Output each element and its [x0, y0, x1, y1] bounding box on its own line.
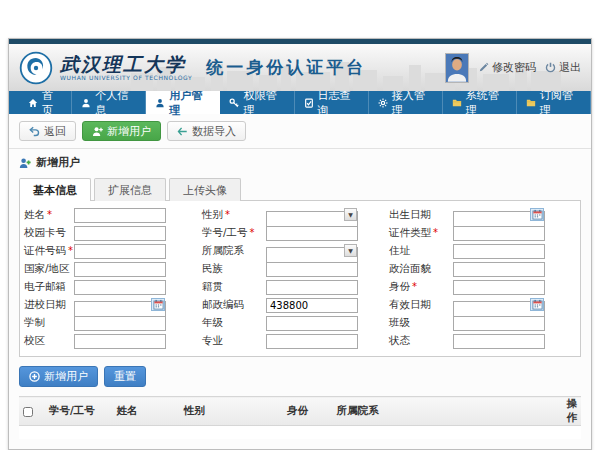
form-field: 学制 — [22, 314, 202, 332]
form-text-input[interactable] — [266, 316, 358, 331]
data-import-button[interactable]: 数据导入 — [167, 121, 246, 141]
form-field: 籍贯 — [202, 278, 389, 296]
required-asterisk: * — [68, 245, 73, 256]
app-window: 武汉理工大学 WUHAN UNIVERSITY OF TECHNOLOGY 统一… — [8, 38, 592, 450]
form-field: 进校日期 — [22, 296, 202, 314]
form-text-input[interactable] — [74, 280, 166, 295]
table-header-col: 姓名 — [112, 397, 179, 426]
change-password-link[interactable]: 修改密码 — [478, 60, 536, 75]
calendar-icon — [532, 209, 543, 220]
form-date-field[interactable] — [453, 297, 545, 313]
calendar-icon — [153, 299, 164, 310]
form-panel: 姓名*性别*▼出生日期校园卡号学号/工号*证件类型*证件号码*所属院系▼住址国家… — [19, 200, 581, 357]
reset-button[interactable]: 重置 — [104, 366, 146, 387]
form-text-input[interactable] — [74, 244, 166, 259]
form-label: 所属院系 — [202, 244, 266, 258]
main-nav: 首页个人信息用户管理权限管理日志查询接入管理系统管理订阅管理 — [9, 91, 591, 114]
form-text-input[interactable] — [74, 208, 166, 223]
form-text-input[interactable] — [74, 226, 166, 241]
nav-item-home[interactable]: 首页 — [19, 91, 72, 114]
nav-item-profile[interactable]: 个人信息 — [72, 91, 146, 114]
select-all-checkbox[interactable] — [23, 407, 33, 417]
tab-0[interactable]: 基本信息 — [19, 178, 91, 201]
nav-item-system-mgmt[interactable]: 系统管理 — [443, 91, 517, 114]
form-text-input[interactable] — [266, 226, 358, 241]
form-label: 班级 — [389, 316, 453, 330]
nav-item-label: 订阅管理 — [540, 88, 581, 118]
form-label: 证件号码* — [24, 244, 74, 258]
add-user-submit-button[interactable]: 新增用户 — [19, 366, 98, 387]
nav-item-permission-mgmt[interactable]: 权限管理 — [220, 91, 294, 114]
log-icon — [304, 98, 314, 108]
header: 武汉理工大学 WUHAN UNIVERSITY OF TECHNOLOGY 统一… — [9, 44, 591, 91]
form-text-input[interactable] — [74, 316, 166, 331]
form-field: 出生日期 — [389, 206, 578, 224]
form-label: 政治面貌 — [389, 262, 453, 276]
nav-item-subscription-mgmt[interactable]: 订阅管理 — [517, 91, 591, 114]
form-text-input[interactable] — [453, 226, 545, 241]
nav-item-log-query[interactable]: 日志查询 — [295, 91, 369, 114]
form-field: 身份* — [389, 278, 578, 296]
dropdown-button[interactable]: ▼ — [344, 244, 357, 257]
form-date-field[interactable] — [453, 207, 545, 223]
back-label: 返回 — [44, 124, 66, 139]
logout-label: 退出 — [559, 60, 581, 75]
form-field: 性别*▼ — [202, 206, 389, 224]
power-icon — [545, 62, 556, 73]
plus-circle-icon — [29, 371, 40, 382]
form-text-input[interactable] — [74, 334, 166, 349]
form-label: 身份* — [389, 280, 453, 294]
add-user-toolbar-button[interactable]: 新增用户 — [82, 121, 161, 141]
form-label: 有效日期 — [389, 298, 453, 312]
form-field: 班级 — [389, 314, 578, 332]
form-text-input[interactable] — [266, 262, 358, 277]
form-field: 证件号码* — [22, 242, 202, 260]
form-text-input[interactable] — [266, 280, 358, 295]
form-text-input[interactable] — [453, 280, 545, 295]
tab-1[interactable]: 扩展信息 — [94, 178, 166, 201]
form-select[interactable]: ▼ — [266, 243, 358, 259]
university-logo-icon — [19, 51, 53, 85]
calendar-button[interactable] — [530, 298, 544, 311]
form-text-input[interactable] — [453, 262, 545, 277]
dropdown-button[interactable]: ▼ — [344, 208, 357, 221]
form-label: 专业 — [202, 334, 266, 348]
form-text-input[interactable] — [453, 334, 545, 349]
calendar-button[interactable] — [530, 208, 544, 221]
tab-2[interactable]: 上传头像 — [169, 178, 241, 201]
nav-item-user-mgmt[interactable]: 用户管理 — [146, 91, 220, 114]
form-text-input[interactable] — [74, 262, 166, 277]
form-label: 学制 — [24, 316, 74, 330]
add-user-toolbar-label: 新增用户 — [107, 124, 151, 139]
gear-icon — [378, 98, 388, 108]
form-grid: 姓名*性别*▼出生日期校园卡号学号/工号*证件类型*证件号码*所属院系▼住址国家… — [22, 206, 578, 350]
arrow-left-icon — [177, 126, 188, 137]
form-field: 学号/工号* — [202, 224, 389, 242]
form-text-input[interactable] — [453, 316, 545, 331]
form-select[interactable]: ▼ — [266, 207, 358, 223]
form-label: 电子邮箱 — [24, 280, 74, 294]
form-label: 状态 — [389, 334, 453, 348]
form-field: 证件类型* — [389, 224, 578, 242]
user-avatar[interactable] — [445, 53, 469, 83]
form-field: 状态 — [389, 332, 578, 350]
nav-item-access-mgmt[interactable]: 接入管理 — [369, 91, 443, 114]
reset-label: 重置 — [114, 369, 136, 384]
form-label: 校园卡号 — [24, 226, 74, 240]
form-text-input[interactable] — [266, 334, 358, 349]
form-label: 进校日期 — [24, 298, 74, 312]
form-field: 住址 — [389, 242, 578, 260]
add-user-submit-label: 新增用户 — [44, 369, 88, 384]
undo-arrow-icon — [29, 126, 40, 137]
calendar-button[interactable] — [151, 298, 165, 311]
form-label: 校区 — [24, 334, 74, 348]
back-button[interactable]: 返回 — [19, 121, 76, 141]
form-text-input[interactable] — [453, 244, 545, 259]
required-asterisk: * — [412, 281, 417, 292]
form-text-input[interactable] — [266, 298, 358, 313]
form-date-field[interactable] — [74, 297, 166, 313]
form-actions: 新增用户 重置 — [19, 366, 581, 387]
table-header-col: 身份 — [283, 397, 333, 426]
logout-link[interactable]: 退出 — [545, 60, 581, 75]
form-label: 住址 — [389, 244, 453, 258]
